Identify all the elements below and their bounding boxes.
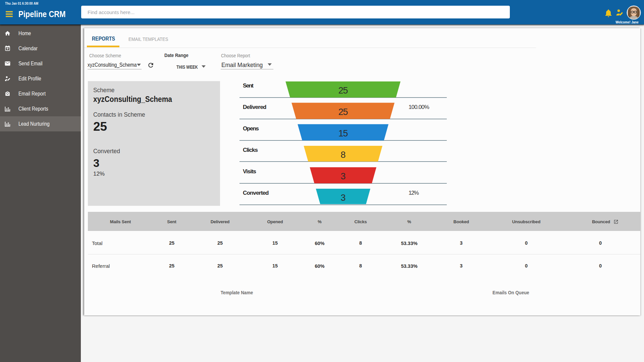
svg-text:Clicks: Clicks bbox=[243, 147, 258, 153]
svg-text:Sent: Sent bbox=[243, 82, 254, 89]
svg-text:Delivered: Delivered bbox=[243, 104, 267, 110]
svg-text:15: 15 bbox=[338, 128, 348, 138]
svg-text:8: 8 bbox=[341, 150, 345, 160]
svg-text:3: 3 bbox=[341, 171, 345, 181]
svg-text:Opens: Opens bbox=[243, 125, 259, 132]
svg-text:12%: 12% bbox=[409, 190, 419, 196]
svg-text:100.00%: 100.00% bbox=[409, 104, 429, 110]
svg-text:25: 25 bbox=[338, 85, 348, 96]
svg-text:Visits: Visits bbox=[243, 168, 256, 175]
svg-text:25: 25 bbox=[338, 107, 348, 117]
svg-text:Converted: Converted bbox=[243, 190, 269, 196]
svg-text:3: 3 bbox=[341, 193, 345, 203]
